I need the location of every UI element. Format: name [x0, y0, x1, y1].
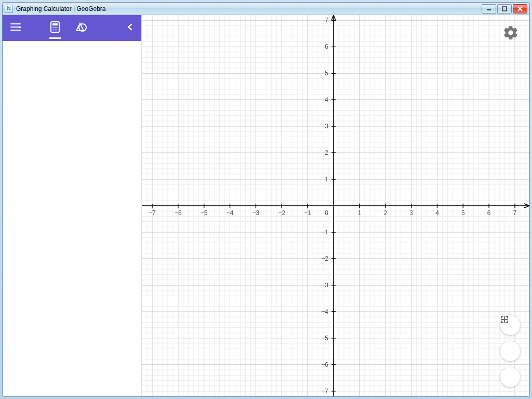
- svg-rect-1: [502, 7, 507, 11]
- svg-text:6: 6: [487, 209, 491, 217]
- sidebar-body: [3, 41, 141, 396]
- zoom-controls: [500, 315, 520, 387]
- sidebar-toolbar: [3, 15, 141, 41]
- chevron-left-icon: [127, 23, 133, 33]
- svg-text:−7: −7: [149, 209, 156, 217]
- svg-text:−6: −6: [175, 209, 182, 217]
- coordinate-grid: −7−6−5−4−3−2−11234567−7−6−5−4−3−2−112345…: [142, 15, 529, 396]
- hamburger-icon: [10, 22, 21, 34]
- svg-text:3: 3: [409, 209, 413, 217]
- close-button[interactable]: [513, 4, 527, 14]
- svg-point-11: [57, 27, 58, 28]
- app-icon: N: [5, 5, 13, 13]
- svg-text:4: 4: [435, 209, 439, 217]
- maximize-button[interactable]: [497, 4, 512, 14]
- svg-text:−2: −2: [278, 209, 285, 217]
- svg-point-13: [55, 30, 56, 31]
- window-title: Graphing Calculator | GeoGebra: [16, 5, 106, 12]
- svg-text:−6: −6: [321, 361, 328, 368]
- svg-text:1: 1: [358, 209, 362, 217]
- svg-text:6: 6: [325, 43, 328, 50]
- graph-settings-button[interactable]: [502, 24, 519, 41]
- svg-point-14: [57, 30, 58, 31]
- svg-text:4: 4: [325, 96, 328, 103]
- svg-point-9: [53, 27, 54, 28]
- sidebar: [3, 15, 142, 396]
- window-controls: [482, 4, 527, 14]
- svg-text:3: 3: [325, 123, 328, 130]
- svg-text:−5: −5: [321, 335, 328, 342]
- svg-text:−4: −4: [321, 308, 328, 315]
- graph-canvas[interactable]: −7−6−5−4−3−2−11234567−7−6−5−4−3−2−112345…: [142, 15, 529, 396]
- svg-text:−1: −1: [321, 229, 328, 236]
- svg-text:−5: −5: [201, 209, 208, 217]
- titlebar[interactable]: N Graphing Calculator | GeoGebra: [3, 3, 529, 15]
- svg-text:−2: −2: [321, 255, 328, 262]
- svg-text:−3: −3: [321, 282, 328, 289]
- svg-text:1: 1: [325, 176, 328, 183]
- svg-text:5: 5: [325, 70, 328, 77]
- minimize-button[interactable]: [482, 4, 496, 14]
- svg-text:5: 5: [461, 209, 465, 217]
- shapes-tab[interactable]: [68, 15, 94, 41]
- collapse-sidebar-button[interactable]: [121, 15, 139, 41]
- svg-text:−1: −1: [304, 209, 311, 217]
- svg-text:7: 7: [325, 17, 328, 24]
- svg-text:2: 2: [325, 149, 328, 156]
- hamburger-menu-button[interactable]: [3, 15, 29, 41]
- fullscreen-button[interactable]: [500, 367, 520, 387]
- svg-text:−3: −3: [252, 209, 260, 217]
- svg-text:−4: −4: [227, 209, 234, 217]
- calculator-icon: [50, 21, 60, 35]
- client-area: −7−6−5−4−3−2−11234567−7−6−5−4−3−2−112345…: [3, 15, 529, 396]
- tools-tab[interactable]: [42, 15, 68, 41]
- shapes-icon: [75, 21, 87, 35]
- svg-text:2: 2: [383, 209, 387, 217]
- svg-text:−7: −7: [321, 388, 328, 395]
- svg-text:7: 7: [513, 209, 517, 217]
- svg-rect-8: [52, 23, 58, 25]
- app-window: N Graphing Calculator | GeoGebra: [2, 2, 530, 397]
- svg-point-12: [53, 30, 54, 31]
- svg-point-10: [55, 27, 56, 28]
- svg-text:0: 0: [325, 209, 328, 217]
